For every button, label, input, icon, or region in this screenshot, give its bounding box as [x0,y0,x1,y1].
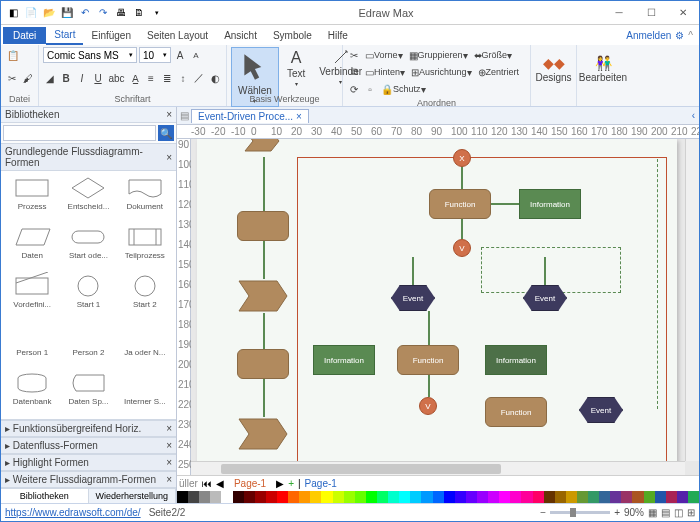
information-1[interactable]: Information [519,189,581,219]
new-icon[interactable]: 📄 [23,5,39,21]
color-swatch[interactable] [233,491,244,503]
color-swatch[interactable] [421,491,432,503]
zoom-slider[interactable] [550,511,610,514]
shrink-font-icon[interactable]: A [189,47,203,63]
shape-daten[interactable]: Daten [5,224,59,269]
color-swatch[interactable] [621,491,632,503]
event-3[interactable]: Event [579,397,623,423]
color-swatch[interactable] [244,491,255,503]
color-palette[interactable] [177,491,699,503]
vorne-button[interactable]: ▭ Vorne▾ [363,47,405,63]
lib-cat[interactable]: ▸ Weitere Flussdiagramm-Formen× [1,471,176,488]
text-tool[interactable]: AText▾ [281,47,311,89]
edit-button[interactable]: 👫Bearbeiten [581,47,625,91]
zoom-in-icon[interactable]: + [614,507,620,518]
tab-ansicht[interactable]: Ansicht [216,27,265,44]
shape-start ode...[interactable]: Start ode... [61,224,115,269]
page-nav-prev-icon[interactable]: ◀ [216,478,224,489]
color-swatch[interactable] [688,491,699,503]
tab-einfuegen[interactable]: Einfügen [83,27,138,44]
qat-icon[interactable]: ◧ [5,5,21,21]
page-add-icon[interactable]: + [288,478,294,489]
canvas[interactable]: X Function Information V Event Event Inf… [191,139,699,475]
strike-button[interactable]: abc [107,70,126,86]
tab-symbole[interactable]: Symbole [265,27,320,44]
or-gate-2[interactable]: V [419,397,437,415]
shape-daten sp...[interactable]: Daten Sp... [61,370,115,415]
color-swatch[interactable] [433,491,444,503]
cut-icon[interactable]: ✂ [5,70,19,86]
shape-ja oder n...[interactable]: YesJa oder N... [118,321,172,366]
maximize-button[interactable]: ☐ [639,4,663,22]
status-url[interactable]: https://www.edrawsoft.com/de/ [5,507,141,518]
color-swatch[interactable] [599,491,610,503]
bold-button[interactable]: B [59,70,73,86]
color-swatch[interactable] [632,491,643,503]
view2-icon[interactable]: ▤ [661,507,670,518]
minimize-button[interactable]: ─ [607,4,631,22]
vertical-scrollbar[interactable] [685,139,699,461]
shape-start 2[interactable]: Start 2 [118,273,172,318]
information-2[interactable]: Information [313,345,375,375]
color-swatch[interactable] [544,491,555,503]
search-icon[interactable]: 🔍 [158,125,174,141]
side-fn-2[interactable] [237,349,289,379]
color-swatch[interactable] [333,491,344,503]
color-swatch[interactable] [666,491,677,503]
color-swatch[interactable] [310,491,321,503]
event-1[interactable]: Event [391,285,435,311]
shape-interner s...[interactable]: Interner S... [118,370,172,415]
page-tab-2[interactable]: Page-1 [305,478,337,489]
lib-cat-close-icon[interactable]: × [166,152,172,163]
color-swatch[interactable] [588,491,599,503]
information-3[interactable]: Information [485,345,547,375]
lib-cat[interactable]: ▸ Highlight Formen× [1,454,176,471]
color-swatch[interactable] [255,491,266,503]
open-icon[interactable]: 📂 [41,5,57,21]
color-swatch[interactable] [299,491,310,503]
shape-entscheid...[interactable]: Entscheid... [61,175,115,220]
color-swatch[interactable] [677,491,688,503]
color-swatch[interactable] [644,491,655,503]
save-icon[interactable]: 💾 [59,5,75,21]
font-name-select[interactable]: Comic Sans MS ▾ [43,47,137,63]
login-link[interactable]: Anmelden [626,30,671,41]
function-1[interactable]: Function [429,189,491,219]
event-2[interactable]: Event [523,285,567,311]
page-nav-next-icon[interactable]: ▶ [276,478,284,489]
library-search-input[interactable] [3,125,156,141]
doc-tab-list-icon[interactable]: ▤ [177,110,191,121]
spacing-icon[interactable]: ↕ [176,70,190,86]
shape-prozess[interactable]: Prozess [5,175,59,220]
page-tab-1[interactable]: Page-1 [228,478,272,489]
zoom-out-icon[interactable]: − [540,507,546,518]
italic-button[interactable]: I [75,70,89,86]
color-swatch[interactable] [566,491,577,503]
color-swatch[interactable] [488,491,499,503]
undo-icon[interactable]: ↶ [77,5,93,21]
color-swatch[interactable] [277,491,288,503]
align-button[interactable]: ⊞ Ausrichtung▾ [409,64,474,80]
panel-toggle-icon[interactable]: ‹ [688,110,699,121]
doc-tab-close-icon[interactable]: × [296,111,302,122]
or-gate-1[interactable]: V [453,239,471,257]
xor-gate[interactable]: X [453,149,471,167]
collapse-ribbon-icon[interactable]: ^ [688,30,693,41]
color-swatch[interactable] [188,491,199,503]
color-swatch[interactable] [266,491,277,503]
color-swatch[interactable] [321,491,332,503]
paint-icon[interactable]: ◐ [208,70,222,86]
color-swatch[interactable] [533,491,544,503]
fill-icon[interactable]: ◢ [43,70,57,86]
side-fn-1[interactable] [237,211,289,241]
color-swatch[interactable] [210,491,221,503]
paste-icon[interactable]: 📋 [5,47,21,63]
color-swatch[interactable] [366,491,377,503]
color-swatch[interactable] [555,491,566,503]
designs-button[interactable]: ◆◆Designs [535,47,572,91]
shape-datenbank[interactable]: Datenbank [5,370,59,415]
color-swatch[interactable] [377,491,388,503]
color-swatch[interactable] [177,491,188,503]
protect-button[interactable]: 🔒 Schutz▾ [379,81,428,97]
gear-icon[interactable]: ⚙ [675,30,684,41]
